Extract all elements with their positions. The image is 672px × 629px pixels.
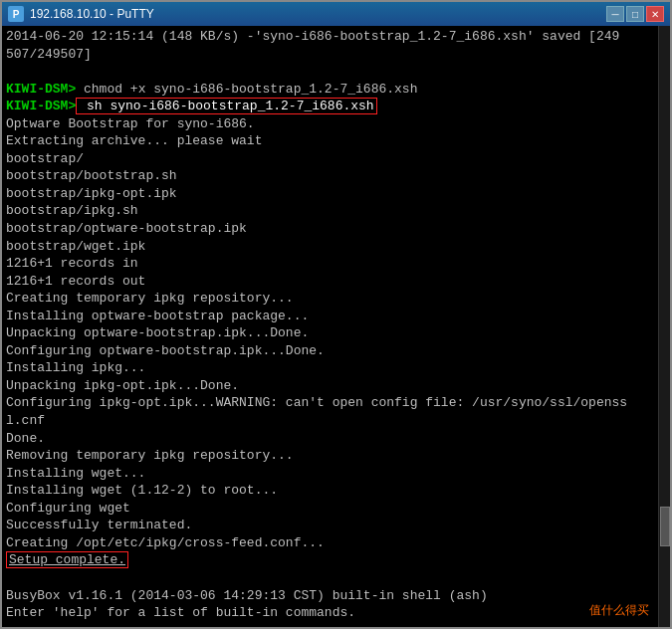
terminal-line <box>6 569 658 587</box>
terminal-line-highlighted: KIWI-DSM> sh syno-i686-bootstrap_1.2-7_i… <box>6 98 658 115</box>
terminal-line: l.cnf <box>6 412 658 430</box>
terminal-line: 1216+1 records in <box>6 255 658 273</box>
terminal-line <box>6 622 658 625</box>
terminal-line-setup: Setup complete. <box>6 551 658 569</box>
terminal-line: bootstrap/ipkg.sh <box>6 202 658 220</box>
terminal-line: Done. <box>6 430 658 448</box>
terminal-line: KIWI-DSM> chmod +x syno-i686-bootstrap_1… <box>6 81 658 99</box>
terminal-line: bootstrap/bootstrap.sh <box>6 167 658 185</box>
terminal-line: Creating /opt/etc/ipkg/cross-feed.conf..… <box>6 534 658 552</box>
terminal-line: Installing optware-bootstrap package... <box>6 308 658 325</box>
terminal-line: Enter 'help' for a list of built-in comm… <box>6 604 658 622</box>
terminal-line: Unpacking optware-bootstrap.ipk...Done. <box>6 324 658 342</box>
prompt: KIWI-DSM> <box>6 99 76 113</box>
scrollbar[interactable] <box>658 26 670 627</box>
terminal-line: Installing wget (1.12-2) to root... <box>6 482 658 500</box>
terminal-line: Optware Bootstrap for syno-i686. <box>6 115 658 133</box>
window-title: 192.168.10.10 - PuTTY <box>30 7 154 21</box>
terminal-line: Successfully terminated. <box>6 517 658 534</box>
terminal-content: 2014-06-20 12:15:14 (148 KB/s) -'syno-i6… <box>6 28 658 625</box>
terminal-line: Installing wget... <box>6 465 658 483</box>
title-bar: P 192.168.10.10 - PuTTY ─ □ ✕ <box>2 2 670 26</box>
terminal-line: Configuring wget <box>6 500 658 518</box>
close-button[interactable]: ✕ <box>646 6 664 22</box>
terminal-line: bootstrap/ <box>6 150 658 168</box>
watermark: 值什么得买 <box>586 601 652 619</box>
terminal-line: Unpacking ipkg-opt.ipk...Done. <box>6 377 658 395</box>
terminal-line: Creating temporary ipkg repository... <box>6 290 658 308</box>
prompt: KIWI-DSM> <box>6 82 76 97</box>
terminal-line: Extracting archive... please wait <box>6 132 658 150</box>
terminal-line: BusyBox v1.16.1 (2014-03-06 14:29:13 CST… <box>6 587 658 605</box>
maximize-button[interactable]: □ <box>626 6 644 22</box>
title-bar-left: P 192.168.10.10 - PuTTY <box>8 6 154 22</box>
terminal-line: 507/249507] <box>6 46 658 64</box>
terminal-line: bootstrap/ipkg-opt.ipk <box>6 185 658 203</box>
terminal-line: Installing ipkg... <box>6 359 658 377</box>
terminal-line: bootstrap/wget.ipk <box>6 238 658 256</box>
terminal-line: 1216+1 records out <box>6 273 658 291</box>
putty-window: P 192.168.10.10 - PuTTY ─ □ ✕ 2014-06-20… <box>0 0 672 629</box>
terminal-line: Configuring ipkg-opt.ipk...WARNING: can'… <box>6 394 658 412</box>
terminal-line: Configuring optware-bootstrap.ipk...Done… <box>6 342 658 360</box>
terminal-area[interactable]: 2014-06-20 12:15:14 (148 KB/s) -'syno-i6… <box>2 26 670 627</box>
terminal-line: bootstrap/optware-bootstrap.ipk <box>6 220 658 238</box>
putty-icon: P <box>8 6 24 22</box>
terminal-line: Removing temporary ipkg repository... <box>6 447 658 465</box>
minimize-button[interactable]: ─ <box>606 6 624 22</box>
window-controls: ─ □ ✕ <box>606 6 664 22</box>
terminal-line <box>6 63 658 81</box>
scrollbar-thumb[interactable] <box>660 507 670 546</box>
terminal-line: 2014-06-20 12:15:14 (148 KB/s) -'syno-i6… <box>6 28 658 46</box>
